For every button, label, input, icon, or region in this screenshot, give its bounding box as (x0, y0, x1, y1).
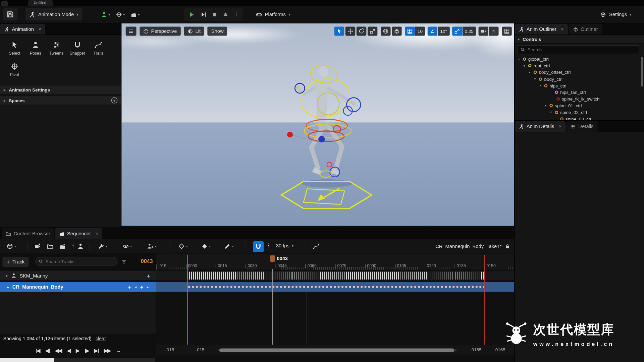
grid-snap-toggle[interactable] (405, 27, 415, 36)
blueprints-button[interactable]: ▾ (116, 11, 125, 17)
tool-poses[interactable]: Poses (25, 37, 46, 59)
surface-snap-button[interactable] (392, 27, 401, 36)
tree-item[interactable]: ▾ global_ctrl (515, 56, 640, 63)
go-to-front-button[interactable]: |◀ (36, 348, 40, 353)
tool-tweens[interactable]: Tweens (46, 37, 67, 59)
cr-track-timeline[interactable] (156, 282, 514, 292)
mode-selector[interactable]: Animation Mode ▾ (25, 8, 82, 20)
viewport-layout-button[interactable] (502, 27, 512, 36)
go-to-end-button[interactable]: ▶▶ (104, 348, 111, 353)
tool-snapper[interactable]: Snapper (67, 37, 88, 59)
timeline-empty[interactable] (156, 292, 514, 345)
tree-item[interactable]: ▾ root_ctrl (515, 62, 640, 69)
play-button[interactable] (188, 11, 195, 18)
settings-button[interactable]: Settings ▾ (596, 8, 635, 20)
create-camera-button[interactable] (35, 243, 41, 250)
playhead-line[interactable] (272, 269, 273, 345)
coordinate-space-button[interactable] (381, 27, 390, 36)
tree-item[interactable]: ▾ body_ctrl (515, 76, 640, 82)
tree-item[interactable]: ▾ spine_02_ctrl (515, 109, 640, 116)
world-options-button[interactable]: ▾ (7, 243, 16, 250)
tab-animation[interactable]: Animation × (0, 24, 45, 35)
add-section-button[interactable]: + (147, 272, 150, 279)
cr-track-left[interactable]: ▸ CR_Mannequin_Body + ◂ ◆ ▸ (0, 282, 156, 292)
add-track-button[interactable]: + Track (2, 257, 29, 267)
add-track-actor-button[interactable] (77, 243, 84, 250)
platforms-button[interactable]: Platforms ▾ (252, 8, 294, 20)
scale-snap-toggle[interactable] (452, 27, 462, 36)
take-name[interactable]: CR_Mannequin_Body_Take1* (435, 243, 501, 249)
close-icon[interactable]: × (561, 26, 564, 32)
tree-item[interactable]: spine_03_ctrl (515, 116, 640, 120)
filter-icon[interactable] (121, 258, 127, 265)
add-actor-button[interactable]: ▾ (101, 11, 110, 17)
stop-button[interactable] (212, 12, 217, 17)
playhead-marker[interactable] (270, 255, 275, 262)
playback-mode-button[interactable]: → (116, 348, 120, 353)
section-animation-settings[interactable]: ▸ Animation Settings (0, 85, 121, 94)
working-range-end[interactable]: 0165 (472, 347, 482, 352)
close-icon[interactable]: × (559, 124, 562, 129)
view-range-start[interactable]: -015 (165, 347, 174, 352)
key-icon[interactable]: ◆ (140, 285, 143, 289)
snap-options-icon[interactable] (266, 243, 271, 248)
working-range-start[interactable]: -015 (196, 347, 205, 352)
tab-details[interactable]: Details (567, 121, 598, 132)
rotate-tool-button[interactable] (356, 27, 366, 36)
tab-anim-details[interactable]: Anim Details × (515, 121, 566, 132)
next-key-icon[interactable]: ▸ (147, 285, 149, 289)
tree-item[interactable]: hips_tan_ctrl (515, 89, 640, 96)
tool-select[interactable]: Select (4, 37, 25, 59)
chevron-down-icon[interactable]: ▾ (6, 274, 8, 278)
tab-anim-outliner[interactable]: Anim Outliner × (515, 24, 568, 35)
track-search[interactable] (35, 257, 117, 266)
step-back-button[interactable]: ◀◀ (55, 348, 62, 353)
sequencer-settings-button[interactable]: ▾ (98, 243, 107, 250)
edit-mode-button[interactable]: ▾ (224, 243, 234, 250)
scale-tool-button[interactable] (368, 27, 377, 36)
viewport[interactable]: Perspective Lit Show 10 ∠ 10° 0.25 (121, 23, 514, 226)
next-key-button[interactable]: ▶| (94, 348, 99, 353)
previous-key-button[interactable]: ◀| (45, 348, 50, 353)
tool-pivot[interactable]: Pivot (4, 59, 25, 80)
controls-section-header[interactable]: ▾ Controls (515, 35, 644, 43)
tree-item[interactable]: ▾ spine_01_ctrl (515, 102, 640, 109)
outliner-scrollbar[interactable] (641, 57, 643, 86)
tree-item[interactable]: ▾ hips_ctrl (515, 82, 640, 89)
render-movie-button[interactable] (59, 243, 66, 250)
tool-trails[interactable]: Trails (88, 37, 109, 59)
viewport-options-button[interactable] (126, 27, 137, 36)
add-key-button[interactable]: + (128, 284, 131, 290)
track-search-input[interactable] (46, 259, 114, 264)
playback-end-line[interactable] (484, 255, 484, 345)
tree-item[interactable]: ▾ body_offset_ctrl (515, 69, 640, 76)
frame-skip-button[interactable] (201, 11, 207, 17)
sequence-options-icon[interactable] (71, 243, 76, 248)
bake-controls-button[interactable]: ▾ (147, 243, 156, 250)
asset-tab[interactable]: Untitled- (28, 0, 53, 6)
move-tool-button[interactable] (345, 27, 355, 36)
scale-snap-value[interactable]: 0.25 (462, 27, 476, 36)
scrollbar-thumb[interactable] (219, 349, 454, 352)
lock-icon[interactable] (505, 244, 510, 249)
tab-sequencer[interactable]: Sequencer × (55, 228, 103, 239)
view-options-button[interactable]: ▾ (122, 243, 132, 250)
cinematics-button[interactable]: ▾ (130, 11, 140, 17)
play-options-icon[interactable] (234, 12, 239, 17)
browse-sequence-button[interactable] (47, 243, 54, 250)
rotation-snap-toggle[interactable]: ∠ (428, 27, 437, 36)
rotation-snap-value[interactable]: 10° (438, 27, 449, 36)
close-icon[interactable]: × (38, 26, 41, 32)
curve-editor-button[interactable] (313, 243, 320, 250)
select-tool-button[interactable] (334, 27, 344, 36)
view-range-end[interactable]: 0165 (495, 347, 505, 352)
track-row-cr-mannequin[interactable]: ▸ CR_Mannequin_Body + ◂ ◆ ▸ (0, 282, 514, 292)
track-row-skm-manny-timeline[interactable] (156, 271, 514, 281)
add-space-button[interactable]: + (111, 97, 117, 103)
section-spaces[interactable]: ▸ Spaces + (0, 96, 121, 105)
show-button[interactable]: Show (208, 27, 227, 36)
current-frame-field[interactable]: 0043 (129, 258, 153, 264)
perspective-button[interactable]: Perspective (140, 27, 180, 36)
previous-key-icon[interactable]: ◂ (135, 285, 137, 289)
tab-outliner[interactable]: Outliner (569, 24, 602, 35)
